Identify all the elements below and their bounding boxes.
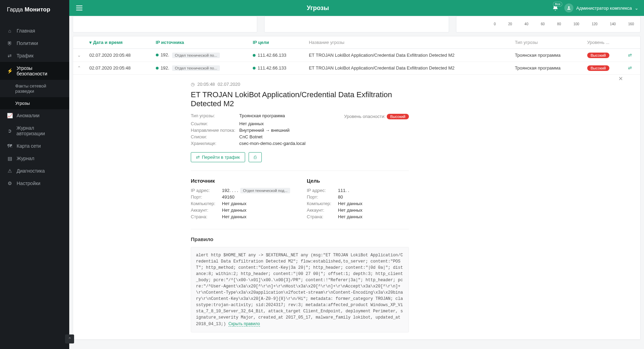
user-menu[interactable]: Администратор комплекса ⌄ <box>564 3 638 12</box>
nav-diag-label: Диагностика <box>17 168 45 174</box>
warning-icon: ⚠ <box>7 168 12 174</box>
nav-anomalies[interactable]: 📈Аномалии <box>0 109 69 122</box>
nav-threats[interactable]: ⚡Угрозы безопасности <box>0 62 69 80</box>
lists-value: CnC Botnet <box>239 134 262 139</box>
logo-bold: Монитор <box>25 6 50 13</box>
user-icon <box>566 6 571 10</box>
logo: Гарда Монитор <box>0 0 69 19</box>
close-icon[interactable]: ✕ <box>618 75 623 82</box>
cell-datetime: 02.07.2020 20:05:48 <box>85 62 152 75</box>
nav-traffic[interactable]: ⇄Трафик <box>0 49 69 62</box>
th-datetime-label: Дата и время <box>93 40 123 45</box>
detail-timestamp: ◷ 20:05:48 02.07.2020 <box>191 82 409 87</box>
expand-toggle[interactable]: ⌄ <box>73 49 85 62</box>
th-datetime[interactable]: ▾ Дата и время <box>85 36 152 49</box>
cell-action: ⇄ <box>624 62 640 75</box>
nav: ⌂Главная ⛨Политики ⇄Трафик ⚡Угрозы безоп… <box>0 19 69 190</box>
account-label: Аккаунт: <box>191 208 222 213</box>
nav-threats-sub[interactable]: Угрозы <box>0 97 69 109</box>
th-name[interactable]: Название угрозы <box>305 36 511 49</box>
notif-badge: Все <box>553 2 563 7</box>
th-level[interactable]: Уровень ... <box>583 36 624 49</box>
sidebar: Гарда Монитор ⌂Главная ⛨Политики ⇄Трафик… <box>0 0 69 349</box>
tick: 40 <box>525 22 528 26</box>
chart-card-3: 0 20 40 60 80 100 120 140 160 <box>456 16 641 33</box>
cell-name: ET TROJAN LokiBot Application/Credential… <box>305 49 511 62</box>
lists-label: Списки: <box>191 134 239 139</box>
avatar-icon <box>564 3 573 12</box>
map-icon: 🗺 <box>7 143 12 149</box>
topbar: Угрозы Все Администратор комплекса ⌄ <box>69 0 644 16</box>
page-title: Угрозы <box>84 4 552 12</box>
content: 0 20 40 60 80 100 120 140 160 <box>69 16 644 349</box>
th-actions <box>624 36 640 49</box>
nav-recon[interactable]: Факты сетевой разведки <box>0 80 69 97</box>
nav-threats-sub-label: Угрозы <box>15 101 30 106</box>
th-srcip[interactable]: IP источника <box>152 36 249 49</box>
country-label: Страна: <box>191 214 222 219</box>
src-account: Нет данных <box>222 208 247 213</box>
cell-tgtip-val: 111.42.66.133 <box>258 65 286 71</box>
svg-point-0 <box>568 6 570 8</box>
nav-journal[interactable]: ▤Журнал <box>0 152 69 165</box>
hide-rule-link[interactable]: Скрыть правило <box>229 321 260 327</box>
risk-badge: Высокий <box>387 114 409 119</box>
swap-icon[interactable]: ⇄ <box>628 65 632 71</box>
tgt-account: Нет данных <box>338 208 363 213</box>
collapse-toggle[interactable]: ⌃ <box>73 62 85 75</box>
dept-tag: Отдел технической по... <box>172 65 220 71</box>
book-icon: ▤ <box>7 156 12 161</box>
goto-traffic-label: Перейти в трафик <box>202 155 240 160</box>
swap-icon[interactable]: ⇄ <box>628 53 632 58</box>
th-expand <box>73 36 85 49</box>
account-label: Аккаунт: <box>307 208 338 213</box>
cell-srcip: 192.Отдел технической по... <box>152 62 249 75</box>
computer-label: Компьютер: <box>307 201 338 206</box>
notifications[interactable]: Все <box>552 4 559 11</box>
tgt-country: Нет данных <box>338 214 363 219</box>
flow-value: Внутренний → внешний <box>239 128 289 133</box>
sort-desc-icon: ▾ <box>89 40 93 45</box>
ip-label: IP адрес: <box>191 188 222 193</box>
level-badge: Высокий <box>587 65 609 71</box>
tick: 120 <box>592 22 598 26</box>
src-ip-val: 192. . . . <box>222 188 238 193</box>
storage-label: Хранилище: <box>191 141 239 146</box>
cell-action: ⇄ <box>624 49 640 62</box>
th-type[interactable]: Тип угрозы <box>511 36 583 49</box>
src-ip: 192. . . .Отдел технической под... <box>222 188 290 193</box>
table-row[interactable]: ⌄ 02.07.2020 20:05:48 192.Отдел техничес… <box>73 49 640 62</box>
chevron-down-icon: ⌄ <box>635 6 638 11</box>
tick: 20 <box>508 22 512 26</box>
tgt-port: 80 <box>338 194 343 200</box>
nav-policies[interactable]: ⛨Политики <box>0 37 69 49</box>
nav-settings[interactable]: ⚙Настройки <box>0 177 69 190</box>
rule-text: alert http $HOME_NET any -> $EXTERNAL_NE… <box>191 247 409 332</box>
th-tgtip[interactable]: IP цели <box>249 36 305 49</box>
cell-type: Троянская программа <box>511 49 583 62</box>
src-computer: Нет данных <box>222 201 247 206</box>
clock-icon: ◷ <box>191 82 195 87</box>
goto-traffic-button[interactable]: ⇄Перейти в трафик <box>191 152 245 162</box>
nav-recon-label: Факты сетевой разведки <box>15 83 62 94</box>
tick: 100 <box>573 22 579 26</box>
computer-label: Компьютер: <box>191 201 222 206</box>
print-button[interactable]: ⎙ <box>249 152 262 162</box>
nav-home[interactable]: ⌂Главная <box>0 25 69 37</box>
nav-diag[interactable]: ⚠Диагностика <box>0 165 69 177</box>
table-row[interactable]: ⌃ 02.07.2020 20:05:48 192.Отдел техничес… <box>73 62 640 75</box>
nav-traffic-label: Трафик <box>17 53 34 58</box>
menu-toggle[interactable] <box>75 4 84 12</box>
nav-authlog[interactable]: ➲Журнал авторизации <box>0 122 69 140</box>
cell-level: Высокий <box>583 49 624 62</box>
scroll-top-button[interactable]: ⌃ <box>65 334 74 343</box>
cell-tgtip: 111.42.66.133 <box>249 62 305 75</box>
ip-label: IP адрес: <box>307 188 338 193</box>
nav-journal-label: Журнал <box>17 156 34 161</box>
cell-srcip-val: 192. <box>161 65 169 71</box>
cell-srcip: 192.Отдел технической по... <box>152 49 249 62</box>
cell-tgtip-val: 111.42.66.133 <box>258 53 286 58</box>
source-title: Источник <box>191 178 293 184</box>
nav-netmap[interactable]: 🗺Карта сети <box>0 140 69 152</box>
swap-icon: ⇄ <box>7 53 12 58</box>
